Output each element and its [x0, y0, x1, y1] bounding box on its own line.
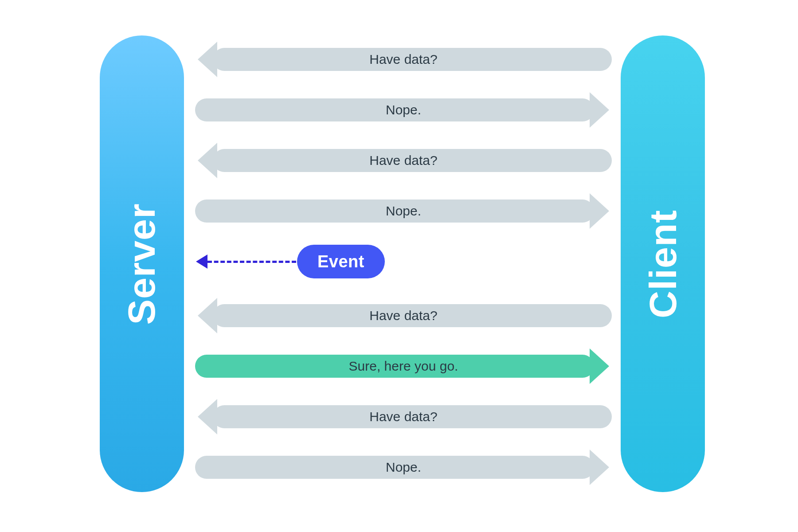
- arrow-label: Nope.: [386, 102, 421, 117]
- arrow-label: Nope.: [386, 203, 421, 219]
- arrow-label: Have data?: [369, 153, 437, 168]
- arrow-row: Have data?: [195, 149, 612, 172]
- event-arrowhead-icon: [196, 254, 207, 269]
- event-dashed-line: [207, 261, 296, 263]
- arrow-head-right-icon: [590, 450, 609, 485]
- arrow-row: Have data?: [195, 48, 612, 71]
- arrow-row: Nope.: [195, 456, 612, 479]
- event-row: Event: [195, 245, 612, 278]
- arrow-row: Nope.: [195, 98, 612, 121]
- client-pillar: Client: [621, 35, 705, 492]
- server-label: Server: [120, 203, 164, 325]
- arrow-label: Have data?: [369, 52, 437, 67]
- arrow-head-left-icon: [198, 399, 217, 434]
- arrow-row: Have data?: [195, 405, 612, 428]
- arrow-label: Nope.: [386, 460, 421, 475]
- arrow-label: Sure, here you go.: [349, 359, 458, 374]
- client-label: Client: [641, 210, 685, 318]
- event-pill: Event: [297, 245, 385, 278]
- arrow-label: Have data?: [369, 409, 437, 424]
- arrow-row: Sure, here you go.: [195, 355, 612, 378]
- arrow-label: Have data?: [369, 308, 437, 323]
- arrow-head-right-icon: [590, 193, 609, 229]
- arrow-head-left-icon: [198, 298, 217, 333]
- arrow-head-left-icon: [198, 143, 217, 178]
- arrow-head-right-icon: [590, 348, 609, 384]
- arrow-head-left-icon: [198, 42, 217, 77]
- diagram-stage: Server Client Have data? Nope. Have data…: [0, 0, 798, 532]
- arrow-head-right-icon: [590, 92, 609, 128]
- event-label: Event: [317, 252, 364, 271]
- arrow-row: Have data?: [195, 304, 612, 327]
- arrow-row: Nope.: [195, 200, 612, 223]
- server-pillar: Server: [100, 35, 184, 492]
